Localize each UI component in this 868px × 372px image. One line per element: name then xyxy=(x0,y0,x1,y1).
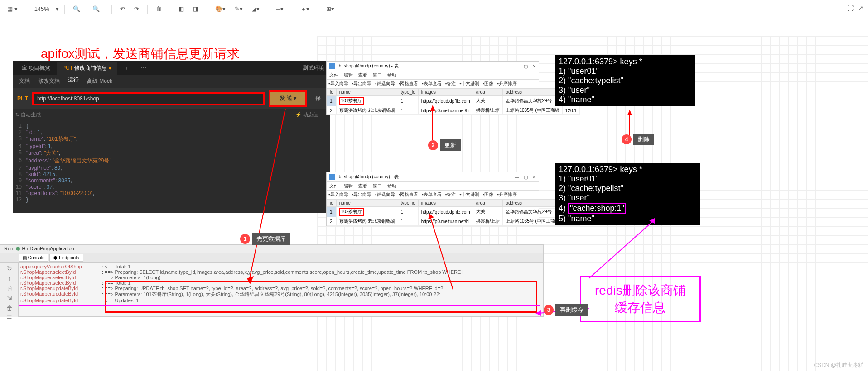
tab-more[interactable]: ⋯ xyxy=(135,62,152,74)
db-table[interactable]: idnametype_idimagesareaaddressx1102茶餐厅1h… xyxy=(327,199,580,226)
send-button[interactable]: 发 送 ▾ xyxy=(269,90,307,107)
menu-item[interactable]: 编辑 xyxy=(344,183,353,189)
redo-icon[interactable]: ↷ xyxy=(131,4,142,14)
db-window-before: tb_shop @hmdp (country) - 表—▢✕ 文件编辑查看窗口帮… xyxy=(326,61,539,115)
db-title: tb_shop @hmdp (country) - 表 xyxy=(338,174,399,180)
menu-item[interactable]: 帮助 xyxy=(387,72,396,78)
close-icon[interactable]: ✕ xyxy=(532,175,536,180)
pen-icon[interactable]: ✎▾ xyxy=(232,4,246,14)
db-toolbar: ▪导入向导▪导出向导▪筛选向导▪网格查看▪表单查看▪备注▪十六进制▪图像▪升序排… xyxy=(327,191,539,199)
subtab-doc[interactable]: 文档 xyxy=(19,77,30,85)
tab-overview[interactable]: 🏛 项目概览 xyxy=(16,62,56,75)
ide-tabs: ▤ Console ⬢ Endpoints xyxy=(0,253,543,263)
tool-item[interactable]: ▪升序排序 xyxy=(497,191,517,198)
gutter-button[interactable]: 🗑 xyxy=(6,305,13,312)
gutter-button[interactable]: ⎘ xyxy=(6,285,13,292)
tool-item[interactable]: ▪导入向导 xyxy=(328,191,348,198)
delete-icon[interactable]: 🗑 xyxy=(153,4,164,14)
max-icon[interactable]: ▢ xyxy=(524,175,528,180)
auto-gen-button[interactable]: ↻ 自动生成 xyxy=(15,111,41,118)
ide-log[interactable]: apper.queryVoucherOfShop : <== Total: 1r… xyxy=(19,263,543,317)
fill-icon[interactable]: 🎨▾ xyxy=(212,4,228,14)
apifox-subtabs: 文档 修改文档 运行 高级 Mock xyxy=(13,75,330,88)
tool-item[interactable]: ▪筛选向导 xyxy=(375,191,395,198)
tool-item[interactable]: ▪备注 xyxy=(445,191,456,198)
ide-panel: Run: ⬢ HmDianPingApplication ▤ Console ⬢… xyxy=(0,244,544,317)
fullscreen-icon[interactable]: ⛶ xyxy=(847,5,854,12)
shadow-icon[interactable]: ◢▾ xyxy=(249,4,262,14)
tool-item[interactable]: ▪导出向导 xyxy=(352,191,372,198)
menu-item[interactable]: 编辑 xyxy=(344,72,353,78)
annotation-title: apifox测试，发送商铺信息更新请求 xyxy=(41,45,240,62)
menu-item[interactable]: 帮助 xyxy=(387,183,396,189)
db-menu: 文件编辑查看窗口帮助 xyxy=(327,71,539,80)
expand-icon[interactable]: ⤢ xyxy=(858,5,863,12)
min-icon[interactable]: — xyxy=(515,175,519,180)
gutter-button[interactable]: ☰ xyxy=(6,315,13,322)
tool-item[interactable]: ▪十六进制 xyxy=(459,191,479,198)
save-button[interactable]: 保 xyxy=(311,92,325,105)
line-icon[interactable]: ─▾ xyxy=(274,4,286,14)
front-icon[interactable]: ◧ xyxy=(176,4,187,14)
json-body[interactable]: 1{2"id": 1,3"name": "101茶餐厅",4"typeId": … xyxy=(13,121,330,205)
menu-item[interactable]: 查看 xyxy=(358,72,367,78)
url-input[interactable]: http://localhost:8081/shop xyxy=(32,92,265,105)
tool-item[interactable]: ▪表单查看 xyxy=(422,191,442,198)
tool-item[interactable]: ▪十六进制 xyxy=(459,81,479,87)
http-method[interactable]: PUT xyxy=(17,95,28,102)
subtab-mock[interactable]: 高级 Mock xyxy=(87,77,112,85)
menu-item[interactable]: 查看 xyxy=(358,183,367,189)
subtab-run[interactable]: 运行 xyxy=(68,76,79,86)
tab-add[interactable]: ＋ xyxy=(118,62,135,75)
tool-item[interactable]: ▪图像 xyxy=(483,191,494,198)
tool-item[interactable]: ▪网格查看 xyxy=(399,191,419,198)
undo-icon[interactable]: ↶ xyxy=(117,4,128,14)
close-icon[interactable]: ✕ xyxy=(532,64,536,69)
zoom-level[interactable]: 145% xyxy=(32,4,52,14)
zoom-in-icon[interactable]: 🔍+ xyxy=(70,4,87,14)
tool-item[interactable]: ▪表单查看 xyxy=(422,81,442,87)
ide-gutter: ↻↑⎘⇲🗑☰ xyxy=(0,263,19,317)
top-toolbar: ▦ ▾ 145%▾ 🔍+ 🔍− ↶ ↷ 🗑 ◧ ◨ 🎨▾ ✎▾ ◢▾ ─▾ ＋▾… xyxy=(0,0,868,18)
menu-item[interactable]: 文件 xyxy=(329,183,338,189)
gutter-button[interactable]: ↑ xyxy=(6,275,13,282)
menu-item[interactable]: 窗口 xyxy=(373,72,382,78)
max-icon[interactable]: ▢ xyxy=(524,64,528,69)
menu-item[interactable]: 窗口 xyxy=(373,183,382,189)
step-2: 2更新 xyxy=(428,139,461,151)
log-underline xyxy=(19,305,540,306)
gutter-button[interactable]: ⇲ xyxy=(6,295,13,302)
db-toolbar: ▪导入向导▪导出向导▪筛选向导▪网格查看▪表单查看▪备注▪十六进制▪图像▪升序排… xyxy=(327,80,539,88)
body-toolbar: ↻ 自动生成 ⚡ 动态值 xyxy=(13,109,330,121)
run-bar: Run: ⬢ HmDianPingApplication xyxy=(0,245,543,253)
grid-icon[interactable]: ⊞▾ xyxy=(323,4,337,14)
gutter-button[interactable]: ↻ xyxy=(6,265,13,272)
tool-item[interactable]: ▪升序排序 xyxy=(497,81,517,87)
step-4: 4删除 xyxy=(622,134,654,145)
apifox-tabs: 🏛 项目概览 PUT 修改商铺信息 ● ＋ ⋯ 测试环境 xyxy=(13,61,330,75)
redis-prompt: 127.0.0.1:6379> keys * xyxy=(559,57,692,67)
add-icon[interactable]: ＋▾ xyxy=(298,3,312,15)
tool-item[interactable]: ▪网格查看 xyxy=(399,81,419,87)
db-icon xyxy=(329,174,335,180)
tool-item[interactable]: ▪筛选向导 xyxy=(375,81,395,87)
env-select[interactable]: 测试环境 xyxy=(297,62,330,75)
layout-icon[interactable]: ▦ ▾ xyxy=(5,4,20,14)
db-window-after: tb_shop @hmdp (country) - 表—▢✕ 文件编辑查看窗口帮… xyxy=(326,172,539,226)
back-icon[interactable]: ◨ xyxy=(190,4,201,14)
tool-item[interactable]: ▪导出向导 xyxy=(352,81,372,87)
tab-console[interactable]: ▤ Console xyxy=(19,254,48,262)
dynamic-button[interactable]: ⚡ 动态值 xyxy=(295,111,318,118)
tab-endpoints[interactable]: ⬢ Endpoints xyxy=(49,254,83,262)
min-icon[interactable]: — xyxy=(515,64,519,69)
tool-item[interactable]: ▪图像 xyxy=(483,81,494,87)
redis-note: redis删除该商铺 缓存信息 xyxy=(580,276,701,322)
tab-request[interactable]: PUT 修改商铺信息 ● xyxy=(57,62,117,75)
redis-terminal-before: 127.0.0.1:6379> keys * 1) "user01"2) "ca… xyxy=(555,55,695,106)
zoom-out-icon[interactable]: 🔍− xyxy=(90,4,106,14)
tool-item[interactable]: ▪备注 xyxy=(445,81,456,87)
subtab-modify[interactable]: 修改文档 xyxy=(38,77,60,85)
tool-item[interactable]: ▪导入向导 xyxy=(328,81,348,87)
menu-item[interactable]: 文件 xyxy=(329,72,338,78)
db-table[interactable]: idnametype_idimagesareaaddressx1101茶餐厅1h… xyxy=(327,88,580,115)
